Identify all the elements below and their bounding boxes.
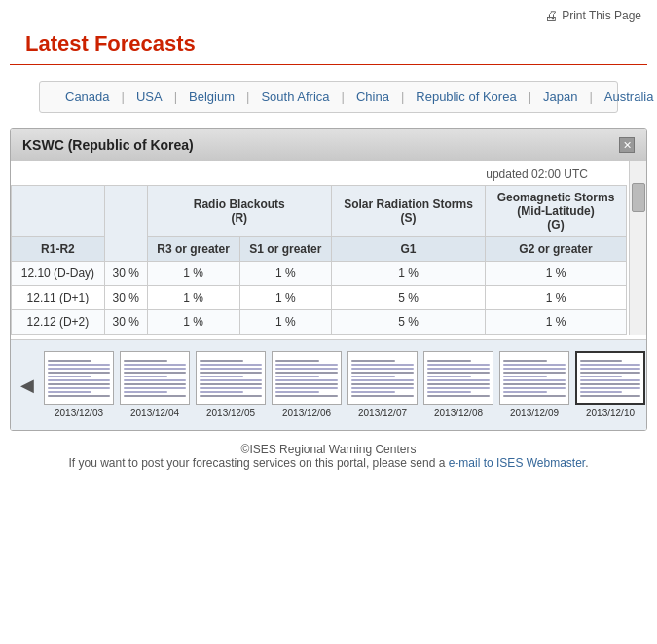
data-cell: 1 % bbox=[485, 286, 626, 310]
carousel-item[interactable]: 2013/12/09 bbox=[499, 351, 569, 418]
thumbnail bbox=[423, 351, 493, 405]
main-panel: KSWC (Republic of Korea) ✕ updated 02:00… bbox=[10, 128, 647, 431]
panel-body: updated 02:00 UTC Radio Blackouts(R)Sola… bbox=[11, 161, 646, 430]
data-cell: 30 % bbox=[104, 310, 147, 335]
nav-divider: | bbox=[340, 89, 347, 104]
nav-divider: | bbox=[120, 89, 127, 104]
row-label-cell: 12.11 (D+1) bbox=[12, 286, 105, 310]
carousel-item[interactable]: 2013/12/07 bbox=[347, 351, 418, 418]
data-cell: 1 % bbox=[332, 262, 486, 286]
row-label-cell: 12.12 (D+2) bbox=[12, 310, 105, 335]
forecast-table: Radio Blackouts(R)Solar Radiation Storms… bbox=[11, 185, 627, 335]
close-button[interactable]: ✕ bbox=[619, 137, 635, 153]
footer-text: If you want to post your forecasting ser… bbox=[68, 456, 448, 470]
country-tab-usa[interactable]: USA bbox=[127, 82, 172, 112]
col-header: Solar Radiation Storms(S) bbox=[332, 186, 486, 237]
col-header: Geomagnetic Storms(Mid-Latitude)(G) bbox=[485, 186, 626, 237]
updated-text: updated 02:00 UTC bbox=[11, 161, 627, 185]
data-cell: 1 % bbox=[239, 286, 331, 310]
country-tab-south-africa[interactable]: South Africa bbox=[251, 82, 339, 112]
page-title: Latest Forecasts bbox=[10, 27, 647, 65]
data-cell: 30 % bbox=[104, 262, 147, 286]
footer-body: If you want to post your forecasting ser… bbox=[8, 456, 649, 470]
carousel-item[interactable]: 2013/12/08 bbox=[423, 351, 493, 418]
data-cell: 5 % bbox=[332, 286, 486, 310]
carousel-section: ◀ 2013/12/032013/12/042013/12/052013/12/… bbox=[11, 339, 646, 430]
carousel-item[interactable]: 2013/12/04 bbox=[120, 351, 190, 418]
thumbnail-date: 2013/12/07 bbox=[358, 408, 407, 418]
data-cell: 1 % bbox=[239, 262, 331, 286]
table-row: 12.10 (D-Day)30 %1 %1 %1 %1 % bbox=[12, 262, 627, 286]
thumbnail bbox=[44, 351, 114, 405]
country-tab-japan[interactable]: Japan bbox=[533, 82, 587, 112]
sub-header: S1 or greater bbox=[239, 237, 331, 262]
scrollbar[interactable] bbox=[629, 161, 646, 335]
nav-divider: | bbox=[172, 89, 179, 104]
thumbnail bbox=[347, 351, 418, 405]
carousel-item[interactable]: 2013/12/03 bbox=[44, 351, 114, 418]
footer-copyright: ©ISES Regional Warning Centers bbox=[8, 443, 649, 456]
thumbnail-date: 2013/12/06 bbox=[282, 408, 331, 418]
sub-header: G1 bbox=[332, 237, 486, 262]
data-cell: 1 % bbox=[147, 286, 239, 310]
country-nav: Canada|USA|Belgium|South Africa|China|Re… bbox=[39, 81, 618, 113]
sub-header: R1-R2 bbox=[12, 237, 105, 262]
data-cell: 30 % bbox=[104, 286, 147, 310]
country-tab-australia[interactable]: Australia bbox=[595, 82, 657, 112]
thumbnail-date: 2013/12/09 bbox=[510, 408, 559, 418]
thumbnail-date: 2013/12/08 bbox=[434, 408, 483, 418]
thumbnail-date: 2013/12/03 bbox=[55, 408, 103, 418]
nav-divider: | bbox=[399, 89, 406, 104]
sub-header: G2 or greater bbox=[485, 237, 626, 262]
sub-header: R3 or greater bbox=[147, 237, 239, 262]
thumbnail-date: 2013/12/05 bbox=[206, 408, 255, 418]
thumbnail-date: 2013/12/04 bbox=[130, 408, 179, 418]
thumbnail-date: 2013/12/10 bbox=[586, 408, 635, 418]
scroll-thumb[interactable] bbox=[632, 183, 645, 212]
table-wrapper: updated 02:00 UTC Radio Blackouts(R)Sola… bbox=[11, 161, 646, 335]
data-cell: 1 % bbox=[239, 310, 331, 335]
footer-suffix: . bbox=[585, 456, 588, 470]
footer: ©ISES Regional Warning Centers If you wa… bbox=[0, 431, 657, 478]
data-cell: 5 % bbox=[332, 310, 486, 335]
thumbnail bbox=[196, 351, 266, 405]
print-link[interactable]: 🖨 Print This Page bbox=[544, 8, 641, 23]
top-bar: 🖨 Print This Page bbox=[0, 0, 657, 27]
empty-header bbox=[12, 186, 105, 237]
print-label: Print This Page bbox=[562, 9, 641, 22]
country-tab-china[interactable]: China bbox=[347, 82, 399, 112]
panel-header: KSWC (Republic of Korea) ✕ bbox=[11, 129, 646, 161]
data-cell: 1 % bbox=[485, 310, 626, 335]
nav-divider: | bbox=[244, 89, 251, 104]
thumbnail bbox=[120, 351, 190, 405]
print-icon: 🖨 bbox=[544, 8, 558, 23]
nav-divider: | bbox=[527, 89, 533, 104]
footer-link[interactable]: e-mail to ISES Webmaster bbox=[449, 456, 586, 470]
carousel-item[interactable]: 2013/12/10 bbox=[575, 351, 645, 418]
carousel-item[interactable]: 2013/12/06 bbox=[272, 351, 342, 418]
table-row: 12.11 (D+1)30 %1 %1 %5 %1 % bbox=[12, 286, 627, 310]
thumbnail bbox=[272, 351, 342, 405]
table-row: 12.12 (D+2)30 %1 %1 %5 %1 % bbox=[12, 310, 627, 335]
nav-divider: | bbox=[587, 89, 594, 104]
col-header: Radio Blackouts(R) bbox=[147, 186, 331, 237]
row-label-cell: 12.10 (D-Day) bbox=[12, 262, 105, 286]
carousel-prev[interactable]: ◀ bbox=[15, 375, 40, 396]
data-cell: 1 % bbox=[147, 262, 239, 286]
panel-title: KSWC (Republic of Korea) bbox=[22, 137, 194, 153]
row-label-header bbox=[104, 186, 147, 262]
country-tab-republic-of-korea[interactable]: Republic of Korea bbox=[406, 82, 526, 112]
data-cell: 1 % bbox=[147, 310, 239, 335]
country-tab-belgium[interactable]: Belgium bbox=[179, 82, 244, 112]
country-tab-canada[interactable]: Canada bbox=[55, 82, 120, 112]
thumbnail bbox=[499, 351, 569, 405]
data-cell: 1 % bbox=[485, 262, 626, 286]
thumbnail bbox=[575, 351, 645, 405]
carousel-item[interactable]: 2013/12/05 bbox=[196, 351, 266, 418]
